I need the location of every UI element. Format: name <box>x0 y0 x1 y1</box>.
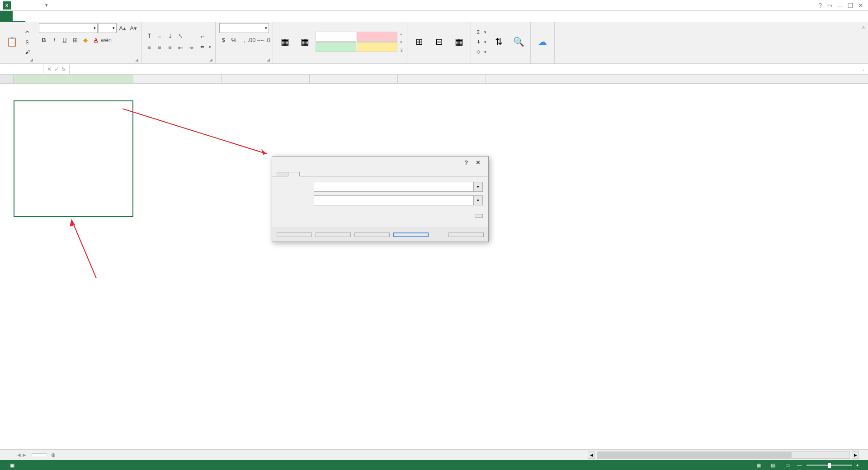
tab-layout[interactable] <box>38 11 51 22</box>
align-bottom-icon[interactable]: ⤓ <box>165 31 175 41</box>
cond-format-button[interactable]: ▦ <box>276 28 294 57</box>
ribbon-toggle-icon[interactable]: ▭ <box>826 2 832 9</box>
tab-developer[interactable] <box>101 11 114 22</box>
sheet-nav-prev-icon[interactable]: ◀ <box>17 452 21 457</box>
font-launcher[interactable]: ◢ <box>135 57 138 62</box>
tab-review[interactable] <box>76 11 89 22</box>
cancel-icon[interactable]: ✕ <box>47 66 52 72</box>
col-header-a[interactable] <box>14 75 133 83</box>
close-icon[interactable]: ✕ <box>858 2 863 9</box>
cut-button[interactable]: ✂ <box>23 28 33 37</box>
hscroll-left-icon[interactable]: ◀ <box>588 451 595 459</box>
phonetic-button[interactable]: wén <box>101 35 111 45</box>
style-neutral[interactable] <box>357 42 397 52</box>
gallery-more-icon[interactable]: ⊻ <box>400 48 403 52</box>
copy-button[interactable]: ⎘ <box>23 38 33 47</box>
gallery-down-icon[interactable]: ▾ <box>400 40 403 44</box>
merge-button[interactable]: ⬌▾ <box>198 43 212 52</box>
fill-color-button[interactable]: ◆ <box>80 35 90 45</box>
paste-button[interactable]: 📋 <box>3 28 21 57</box>
font-color-button[interactable]: A <box>91 35 101 45</box>
delete-button[interactable]: ⊟ <box>430 28 448 57</box>
painter-button[interactable]: 🖌 <box>23 47 33 57</box>
col-header-c[interactable] <box>222 75 310 83</box>
name-box[interactable] <box>0 64 43 74</box>
clipboard-launcher[interactable]: ◢ <box>30 57 33 62</box>
align-top-icon[interactable]: ⤒ <box>144 31 154 41</box>
hscroll-right-icon[interactable]: ▶ <box>852 451 859 459</box>
replace-dropdown-icon[interactable]: ▾ <box>474 195 483 205</box>
collapse-ribbon-icon[interactable]: ㅅ <box>859 22 868 63</box>
dialog-help-icon[interactable]: ? <box>460 159 472 166</box>
col-header-f[interactable] <box>486 75 574 83</box>
qat-save[interactable] <box>13 1 21 9</box>
dec-decimal-icon[interactable]: ←.0 <box>260 35 270 45</box>
number-format-select[interactable]: ▾ <box>219 23 269 33</box>
col-header-g[interactable] <box>574 75 662 83</box>
currency-icon[interactable]: $ <box>218 35 228 45</box>
style-normal[interactable] <box>316 32 356 42</box>
replace-all-button[interactable] <box>277 233 312 237</box>
clear-button[interactable]: ◇▾ <box>474 47 488 57</box>
restore-icon[interactable]: ❐ <box>848 2 854 9</box>
style-good[interactable] <box>316 42 356 52</box>
dialog-close-icon[interactable]: ✕ <box>472 159 484 166</box>
zoom-slider[interactable] <box>807 465 852 466</box>
percent-icon[interactable]: % <box>229 35 239 45</box>
find-dropdown-icon[interactable]: ▾ <box>474 182 483 192</box>
autosum-button[interactable]: Σ▾ <box>474 28 488 37</box>
table-format-button[interactable]: ▦ <box>296 28 314 57</box>
close-button[interactable] <box>448 233 484 237</box>
find-all-button[interactable] <box>354 233 390 237</box>
wrap-text-button[interactable]: ↩ <box>198 33 212 42</box>
indent-inc-icon[interactable]: ⇥ <box>186 43 196 53</box>
tab-file[interactable] <box>0 11 13 22</box>
fx-icon[interactable]: fx <box>61 66 66 72</box>
find-input[interactable] <box>314 182 474 192</box>
options-button[interactable] <box>475 214 483 218</box>
col-header-b[interactable] <box>133 75 222 83</box>
italic-button[interactable]: I <box>49 35 59 45</box>
font-size-select[interactable]: ▾ <box>99 23 117 33</box>
format-button[interactable]: ▦ <box>450 28 468 57</box>
align-left-icon[interactable]: ≡ <box>144 43 154 53</box>
qat-customize[interactable]: ▾ <box>42 1 51 9</box>
inc-decimal-icon[interactable]: .00→ <box>250 35 259 45</box>
font-name-select[interactable]: ▾ <box>39 23 98 33</box>
tab-data[interactable] <box>63 11 76 22</box>
style-bad[interactable] <box>357 32 397 42</box>
bold-button[interactable]: B <box>39 35 49 45</box>
login-link[interactable] <box>855 11 868 22</box>
decrease-font-icon[interactable]: A▾ <box>128 23 138 33</box>
tab-view[interactable] <box>89 11 101 22</box>
tab-acrobat[interactable] <box>114 11 127 22</box>
tab-insert[interactable] <box>25 11 38 22</box>
save-baidu-button[interactable]: ☁ <box>533 28 552 57</box>
border-button[interactable]: ⊞ <box>70 35 80 45</box>
fill-button[interactable]: ⬇▾ <box>474 38 488 47</box>
qat-redo[interactable] <box>33 1 41 9</box>
align-center-icon[interactable]: ≡ <box>155 43 165 53</box>
add-sheet-button[interactable]: ⊕ <box>49 451 58 460</box>
number-launcher[interactable]: ◢ <box>267 57 270 62</box>
hscroll-track[interactable] <box>597 451 850 459</box>
tab-formulas[interactable] <box>51 11 63 22</box>
qat-undo[interactable] <box>23 1 31 9</box>
macro-record-icon[interactable]: ▣ <box>10 462 14 468</box>
zoom-out-icon[interactable]: — <box>797 462 802 468</box>
align-launcher[interactable]: ◢ <box>209 57 212 62</box>
zoom-in-icon[interactable]: + <box>856 462 859 468</box>
orientation-icon[interactable]: ⤡ <box>175 31 185 41</box>
view-pagebreak-icon[interactable]: ▭ <box>783 461 793 469</box>
replace-input[interactable] <box>314 195 474 205</box>
underline-button[interactable]: U <box>60 35 70 45</box>
select-all-corner[interactable] <box>0 75 14 83</box>
increase-font-icon[interactable]: A▴ <box>118 23 127 33</box>
help-icon[interactable]: ? <box>818 2 822 9</box>
replace-button[interactable] <box>316 233 351 237</box>
align-right-icon[interactable]: ≡ <box>165 43 175 53</box>
gallery-up-icon[interactable]: ▴ <box>400 32 403 36</box>
hscroll-thumb[interactable] <box>597 452 792 458</box>
tab-find[interactable] <box>277 172 288 176</box>
find-next-button[interactable] <box>393 233 429 237</box>
